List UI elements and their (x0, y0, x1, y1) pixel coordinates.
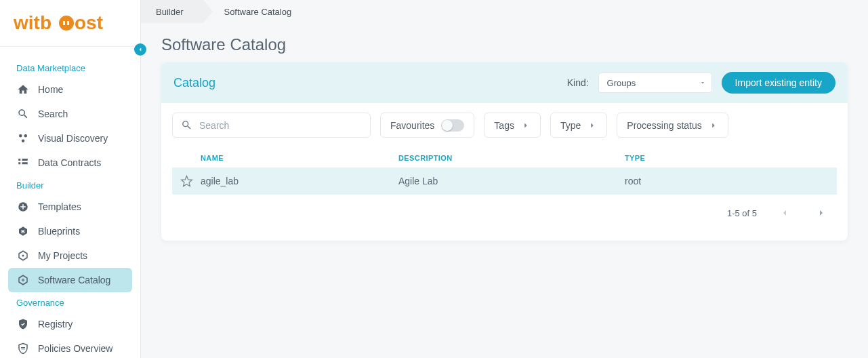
breadcrumb-label: Software Catalog (224, 7, 291, 17)
visual-discovery-icon (16, 132, 30, 145)
filter-favourites[interactable]: Favourites (380, 113, 474, 138)
sidebar-nav: Data Marketplace Home Search Visual Disc… (0, 47, 140, 358)
catalog-icon (16, 273, 30, 287)
logo: witb ost (0, 0, 140, 47)
sidebar-item-label: Templates (38, 201, 81, 212)
sidebar-item-home[interactable]: Home (8, 77, 132, 102)
catalog-card: Catalog Kind: Groups Import existing ent… (161, 62, 848, 241)
favourites-toggle[interactable] (441, 119, 464, 132)
svg-rect-10 (22, 159, 28, 161)
registry-icon (16, 317, 30, 331)
pagination-prev[interactable] (776, 204, 793, 222)
search-icon (181, 119, 192, 131)
sidebar-item-search[interactable]: Search (8, 102, 132, 126)
col-description-header[interactable]: DESCRIPTION (398, 154, 625, 162)
filter-label: Favourites (390, 120, 434, 131)
breadcrumb-current: Software Catalog (203, 0, 306, 23)
svg-point-1 (59, 16, 74, 31)
favourite-toggle-cell[interactable] (172, 175, 201, 188)
pagination: 1-5 of 5 (172, 195, 837, 234)
filter-type[interactable]: Type (550, 113, 607, 138)
filter-label: Type (560, 120, 581, 131)
nav-section-governance: Governance (8, 292, 132, 312)
table-row[interactable]: agile_lab Agile Lab root (172, 167, 837, 195)
chevron-right-icon (816, 207, 827, 218)
kind-select[interactable]: Groups (598, 73, 712, 93)
table-header-row: NAME DESCRIPTION TYPE (172, 147, 837, 167)
data-contracts-icon (16, 156, 30, 170)
svg-point-14 (22, 254, 24, 256)
row-description: Agile Lab (398, 176, 625, 186)
filter-label: Processing status (627, 120, 702, 131)
svg-point-6 (24, 134, 28, 138)
breadcrumb: Builder Software Catalog (141, 0, 868, 23)
sidebar-collapse-button[interactable] (134, 43, 146, 56)
sidebar-item-policies-overview[interactable]: Policies Overview (8, 336, 132, 358)
projects-icon (16, 249, 30, 262)
chevron-left-icon (137, 46, 144, 53)
pagination-next[interactable] (812, 204, 830, 222)
sidebar-item-label: Home (38, 84, 63, 95)
catalog-card-header: Catalog Kind: Groups Import existing ent… (161, 62, 848, 103)
filter-tags[interactable]: Tags (484, 113, 541, 138)
templates-icon (16, 200, 30, 214)
sidebar-item-label: Blueprints (38, 226, 80, 237)
catalog-search-input[interactable] (199, 120, 362, 131)
sidebar-item-blueprints[interactable]: B Blueprints (8, 219, 132, 243)
sidebar-item-label: Data Contracts (38, 157, 101, 168)
svg-text:witb: witb (14, 12, 51, 33)
svg-point-5 (19, 134, 22, 138)
chevron-down-icon (699, 79, 706, 86)
sidebar-item-visual-discovery[interactable]: Visual Discovery (8, 126, 132, 151)
nav-section-marketplace: Data Marketplace (8, 58, 132, 77)
svg-rect-3 (67, 21, 69, 25)
search-icon (16, 107, 30, 121)
brand-logo: witb ost (14, 12, 125, 34)
chevron-right-icon (587, 121, 597, 130)
star-outline-icon (180, 175, 193, 188)
home-icon (16, 83, 30, 96)
col-name-header[interactable]: NAME (201, 154, 398, 162)
nav-section-builder: Builder (8, 175, 132, 195)
sidebar-item-label: Visual Discovery (38, 133, 108, 144)
catalog-table: NAME DESCRIPTION TYPE agile_lab Agile La… (161, 147, 848, 241)
col-star (172, 154, 201, 162)
svg-point-7 (22, 139, 25, 142)
policies-icon (16, 342, 30, 355)
filter-label: Tags (494, 120, 514, 131)
sidebar-item-software-catalog[interactable]: Software Catalog (8, 268, 132, 292)
row-type: root (625, 176, 837, 186)
sidebar-item-templates[interactable]: Templates (8, 195, 132, 219)
breadcrumb-label: Builder (156, 7, 183, 17)
sidebar-item-my-projects[interactable]: My Projects (8, 243, 132, 268)
sidebar-item-label: Registry (38, 319, 73, 330)
sidebar-item-data-contracts[interactable]: Data Contracts (8, 151, 132, 175)
main: Builder Software Catalog Software Catalo… (141, 0, 868, 358)
sidebar-item-label: My Projects (38, 250, 87, 261)
kind-select-value: Groups (607, 78, 636, 88)
import-entity-button[interactable]: Import existing entity (722, 72, 835, 94)
catalog-search[interactable] (172, 113, 371, 138)
svg-rect-2 (63, 21, 65, 25)
sidebar-item-label: Software Catalog (38, 275, 110, 285)
col-type-header[interactable]: TYPE (625, 154, 837, 162)
kind-label: Kind: (567, 77, 589, 88)
filter-processing-status[interactable]: Processing status (617, 113, 728, 138)
sidebar: witb ost Data Marketplace Home Search Vi… (0, 0, 141, 358)
chevron-left-icon (779, 207, 790, 218)
breadcrumb-builder[interactable]: Builder (141, 0, 203, 23)
page-title: Software Catalog (141, 23, 868, 62)
svg-text:B: B (21, 228, 25, 235)
filters-bar: Favourites Tags Type Processing status (161, 103, 848, 147)
svg-rect-9 (18, 162, 20, 164)
chevron-right-icon (521, 121, 531, 130)
row-name: agile_lab (201, 176, 398, 186)
catalog-title: Catalog (173, 76, 558, 90)
sidebar-item-label: Policies Overview (38, 343, 112, 354)
blueprints-icon: B (16, 224, 30, 238)
svg-rect-8 (18, 159, 20, 161)
svg-rect-11 (22, 162, 28, 164)
sidebar-item-label: Search (38, 108, 68, 119)
pagination-range: 1-5 of 5 (727, 208, 757, 218)
sidebar-item-registry[interactable]: Registry (8, 312, 132, 336)
